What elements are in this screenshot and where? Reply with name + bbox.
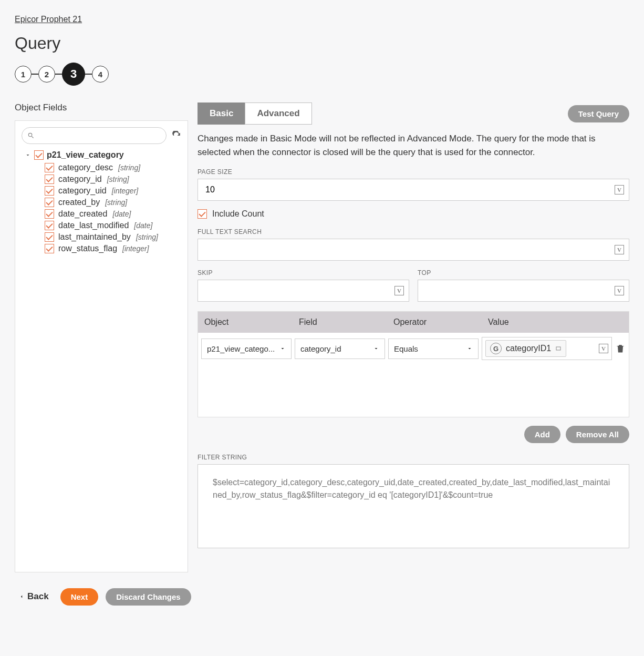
variable-icon[interactable]: V: [615, 286, 624, 295]
step-3[interactable]: 3: [62, 63, 85, 86]
variable-icon[interactable]: V: [599, 344, 608, 353]
checkbox-root[interactable]: [34, 150, 44, 160]
object-select[interactable]: p21_view_catego...: [201, 339, 292, 359]
checkbox[interactable]: [45, 198, 54, 207]
chip-icon: [555, 345, 562, 352]
test-query-button[interactable]: Test Query: [568, 105, 629, 122]
col-operator-header: Operator: [387, 312, 482, 333]
tab-advanced[interactable]: Advanced: [245, 102, 311, 125]
field-name: date_created: [58, 209, 107, 219]
field-name: date_last_modified: [58, 221, 129, 230]
chevron-down-icon: [25, 152, 31, 158]
tabs: Basic Advanced: [198, 102, 312, 125]
col-field-header: Field: [293, 312, 387, 333]
include-count-label: Include Count: [212, 209, 264, 219]
step-2[interactable]: 2: [38, 66, 55, 83]
field-name: category_desc: [58, 163, 113, 172]
field-name: category_uid: [58, 186, 107, 196]
step-1[interactable]: 1: [15, 66, 32, 83]
chevron-down-icon: [373, 345, 379, 352]
checkbox[interactable]: [45, 163, 54, 172]
field-type: [date]: [112, 210, 131, 218]
page-size-label: PAGE SIZE: [198, 168, 629, 176]
skip-input[interactable]: [198, 280, 409, 302]
checkbox[interactable]: [45, 244, 54, 253]
tree-item[interactable]: row_status_flag[integer]: [45, 243, 181, 254]
checkbox[interactable]: [45, 209, 54, 219]
discard-button[interactable]: Discard Changes: [106, 588, 191, 606]
field-type: [string]: [105, 198, 127, 207]
field-type: [string]: [107, 175, 129, 183]
skip-label: SKIP: [198, 269, 409, 276]
variable-icon[interactable]: V: [394, 286, 404, 295]
refresh-icon[interactable]: [172, 131, 181, 140]
step-connector: [32, 74, 38, 75]
global-var-icon: G: [490, 343, 502, 354]
field-name: created_by: [58, 198, 100, 207]
field-type: [date]: [134, 221, 152, 230]
checkbox[interactable]: [45, 221, 54, 230]
search-input[interactable]: [38, 131, 161, 140]
search-input-wrap[interactable]: [22, 127, 167, 144]
chevron-down-icon: [279, 345, 286, 352]
variable-icon[interactable]: V: [615, 245, 624, 254]
checkbox[interactable]: [45, 232, 54, 242]
field-name: last_maintained_by: [58, 232, 131, 242]
add-button[interactable]: Add: [524, 426, 560, 443]
field-type: [integer]: [112, 187, 139, 195]
value-input[interactable]: G categoryID1 V: [482, 337, 612, 360]
svg-rect-0: [556, 347, 560, 350]
step-4[interactable]: 4: [92, 66, 109, 83]
top-label: TOP: [418, 269, 629, 276]
filter-row: p21_view_catego... category_id Equals G: [201, 337, 626, 360]
tree-item[interactable]: category_uid[integer]: [45, 185, 181, 197]
step-connector: [85, 74, 92, 75]
tree-item[interactable]: category_desc[string]: [45, 162, 181, 173]
top-input[interactable]: [418, 280, 629, 302]
tree-item[interactable]: category_id[string]: [45, 173, 181, 185]
remove-all-button[interactable]: Remove All: [566, 426, 629, 443]
field-select[interactable]: category_id: [295, 339, 385, 359]
delete-icon[interactable]: [615, 343, 626, 354]
field-name: row_status_flag: [58, 244, 117, 253]
stepper: 1 2 3 4: [15, 63, 629, 86]
step-connector: [55, 74, 62, 75]
operator-select[interactable]: Equals: [388, 339, 479, 359]
tab-basic[interactable]: Basic: [198, 102, 245, 125]
include-count-checkbox[interactable]: [198, 209, 207, 219]
breadcrumb[interactable]: Epicor Prophet 21: [15, 15, 82, 24]
chevron-left-icon: [19, 594, 24, 599]
checkbox[interactable]: [45, 175, 54, 184]
info-text: Changes made in Basic Mode will not be r…: [198, 132, 629, 159]
field-type: [string]: [136, 233, 158, 241]
page-size-input[interactable]: [198, 179, 629, 201]
chevron-down-icon: [466, 345, 473, 352]
tree-item[interactable]: created_by[string]: [45, 197, 181, 208]
filter-string-box: $select=category_id,category_desc,catego…: [198, 464, 629, 548]
variable-icon[interactable]: V: [615, 185, 624, 194]
field-name: category_id: [58, 175, 102, 184]
back-button[interactable]: Back: [15, 587, 53, 606]
next-button[interactable]: Next: [60, 588, 99, 606]
col-object-header: Object: [198, 312, 293, 333]
tree-item[interactable]: date_last_modified[date]: [45, 220, 181, 231]
tree-item[interactable]: date_created[date]: [45, 208, 181, 220]
checkbox[interactable]: [45, 186, 54, 196]
tree-root[interactable]: p21_view_category: [22, 150, 181, 160]
field-type: [integer]: [122, 244, 149, 253]
object-fields-title: Object Fields: [15, 102, 188, 113]
full-text-input[interactable]: [198, 239, 629, 261]
field-type: [string]: [118, 163, 140, 172]
page-title: Query: [15, 34, 629, 53]
filter-table: Object Field Operator Value p21_view_cat…: [198, 311, 629, 417]
filter-string-label: FILTER STRING: [198, 454, 629, 461]
tree-panel: p21_view_category category_desc[string]c…: [15, 120, 188, 572]
tree-root-label: p21_view_category: [47, 150, 124, 160]
search-icon: [27, 132, 35, 139]
tree-item[interactable]: last_maintained_by[string]: [45, 231, 181, 243]
full-text-label: FULL TEXT SEARCH: [198, 228, 629, 235]
variable-chip[interactable]: G categoryID1: [485, 340, 566, 357]
col-value-header: Value: [482, 312, 616, 333]
